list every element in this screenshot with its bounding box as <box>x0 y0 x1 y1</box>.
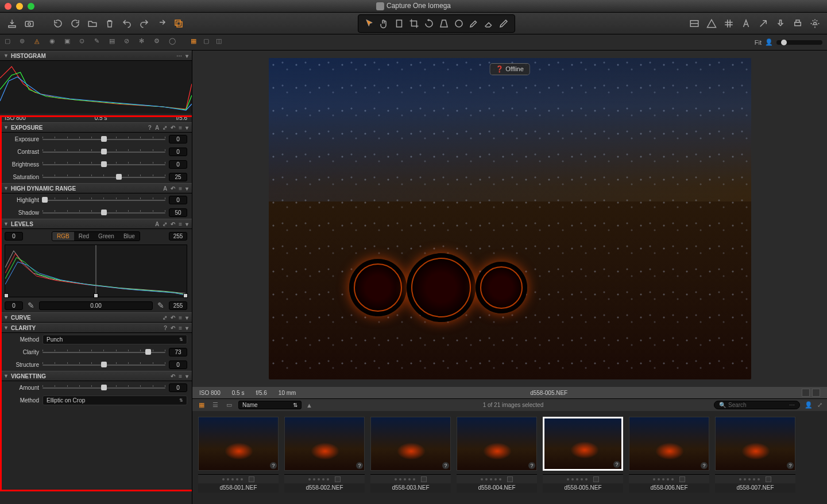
info-icon[interactable]: ? <box>787 462 794 469</box>
crop-tab-icon[interactable]: ▣ <box>64 37 75 48</box>
keystone-icon[interactable] <box>438 17 450 30</box>
hdr-header[interactable]: ▼ HIGH DYNAMIC RANGE A↶≡▾ <box>0 183 192 193</box>
thumbnail-image[interactable]: ? <box>543 417 623 471</box>
preset-icon[interactable]: ≡ <box>179 221 182 227</box>
import-icon[interactable] <box>6 17 18 30</box>
chevron-down-icon[interactable]: ▾ <box>186 315 188 321</box>
trash-icon[interactable] <box>103 17 116 30</box>
levels-high-input[interactable]: 255 <box>169 232 187 241</box>
clarity-value[interactable]: 0 <box>169 360 187 369</box>
thumbnail-image[interactable]: ? <box>370 417 451 471</box>
hdr-value[interactable]: 50 <box>169 208 187 217</box>
zoom-person-icon[interactable]: 👤 <box>765 38 773 46</box>
thumbnail[interactable]: ? d558-002.NEF <box>284 417 365 498</box>
maximize-button[interactable] <box>28 3 34 10</box>
variants-icon[interactable] <box>172 17 185 30</box>
settings-icon[interactable] <box>809 17 821 30</box>
clarity-slider[interactable] <box>42 360 165 369</box>
capture-icon[interactable] <box>23 17 36 30</box>
clarity-value[interactable]: 73 <box>169 348 187 356</box>
exposure-slider[interactable] <box>42 160 165 169</box>
split-view-icon[interactable]: ◫ <box>216 37 226 48</box>
exposure-value[interactable]: 25 <box>169 173 187 181</box>
reset-icon[interactable] <box>155 17 168 30</box>
reset-icon[interactable]: ↶ <box>171 325 175 331</box>
color-tag[interactable] <box>593 476 599 482</box>
color-tag[interactable] <box>421 476 427 482</box>
thumbnail-rating[interactable] <box>284 474 365 483</box>
disclosure-icon[interactable]: ▼ <box>3 185 9 191</box>
output-tab-icon[interactable]: ⚙ <box>154 37 164 48</box>
exposure-header[interactable]: ▼ EXPOSURE ?A⤢↶≡▾ <box>0 122 192 133</box>
info-icon[interactable]: ? <box>613 461 620 468</box>
vignetting-header[interactable]: ▼ VIGNETTING ↶≡▾ <box>0 371 192 381</box>
disclosure-icon[interactable]: ▼ <box>3 221 9 227</box>
sort-asc-icon[interactable]: ▲ <box>306 402 312 409</box>
info-icon[interactable]: ? <box>701 462 708 469</box>
browser-grid-icon[interactable]: ▦ <box>197 401 206 410</box>
minimize-button[interactable] <box>16 3 23 10</box>
rotate-left-icon[interactable] <box>52 17 64 30</box>
reset-icon[interactable]: ↶ <box>171 125 175 131</box>
vignetting-method-dropdown[interactable]: Elliptic on Crop⇅ <box>42 396 187 405</box>
levels-out-mid[interactable]: 0.00 <box>39 301 153 310</box>
menu-icon[interactable]: ⋯ <box>176 53 182 59</box>
vignetting-amount-slider[interactable] <box>42 383 165 392</box>
levels-out-high[interactable]: 255 <box>169 301 187 310</box>
adjustments-tab-icon[interactable]: ⊘ <box>124 37 134 48</box>
rotate-tool-icon[interactable] <box>423 17 435 30</box>
thumbnail[interactable]: ? d558-001.NEF <box>198 417 279 498</box>
levels-mid-handle[interactable] <box>94 293 98 298</box>
thumbnail[interactable]: ? d558-004.NEF <box>457 417 537 498</box>
thumbnail-image[interactable]: ? <box>284 417 365 471</box>
cursor-select-icon[interactable] <box>363 17 376 30</box>
hdr-slider[interactable] <box>42 195 165 204</box>
eraser-icon[interactable] <box>482 17 495 30</box>
sort-dropdown[interactable]: Name⇅ <box>238 401 302 409</box>
metadata-tab-icon[interactable]: ▤ <box>109 37 119 48</box>
reset-icon[interactable]: ↶ <box>171 221 175 227</box>
thumbnail[interactable]: ? d558-003.NEF <box>370 417 451 498</box>
color-tag[interactable] <box>335 476 341 482</box>
expand-icon[interactable]: ⤢ <box>163 221 167 227</box>
spot-icon[interactable] <box>453 17 465 30</box>
browser-filmstrip-icon[interactable]: ▭ <box>225 401 234 410</box>
chevron-down-icon[interactable]: ▾ <box>186 125 188 131</box>
thumbnail[interactable]: ? d558-007.NEF <box>715 417 795 498</box>
local-tab-icon[interactable]: ✎ <box>94 37 105 48</box>
undo-icon[interactable] <box>121 17 133 30</box>
thumbnail-rating[interactable] <box>629 474 709 483</box>
exposure-slider[interactable] <box>42 134 165 144</box>
thumbnail-rating[interactable] <box>370 474 451 483</box>
levels-channel-rgb[interactable]: RGB <box>52 232 74 241</box>
histogram-header[interactable]: ▼ HISTOGRAM ⋯▾ <box>0 51 192 61</box>
preset-icon[interactable]: ≡ <box>179 185 182 192</box>
disclosure-icon[interactable]: ▼ <box>3 125 9 130</box>
exposure-slider[interactable] <box>42 147 165 156</box>
black-picker-icon[interactable]: ✎ <box>28 301 34 310</box>
chevron-down-icon[interactable]: ▾ <box>186 185 188 192</box>
levels-histogram[interactable] <box>5 245 187 297</box>
proof-icon[interactable] <box>802 389 810 397</box>
export-icon[interactable] <box>757 17 770 30</box>
levels-channel-blue[interactable]: Blue <box>119 232 140 241</box>
exposure-slider[interactable] <box>42 172 165 181</box>
expand-icon[interactable]: ⤢ <box>163 125 167 131</box>
reset-icon[interactable]: ↶ <box>171 315 175 321</box>
grid-view-icon[interactable]: ▦ <box>191 37 201 48</box>
hand-icon[interactable] <box>378 17 391 30</box>
thumbnail-image[interactable]: ? <box>457 417 537 471</box>
expand-icon[interactable]: ⤢ <box>163 315 167 321</box>
search-input[interactable]: 🔍 Search⋯ <box>714 401 800 409</box>
color-tab-icon[interactable]: ⊚ <box>20 37 30 48</box>
disclosure-icon[interactable]: ▼ <box>3 53 9 59</box>
levels-low-input[interactable]: 0 <box>5 232 23 241</box>
info-icon[interactable]: ? <box>442 462 449 469</box>
crop-tool-icon[interactable] <box>408 17 420 30</box>
search-options-icon[interactable]: ⋯ <box>789 402 795 408</box>
color-tag[interactable] <box>766 476 771 482</box>
thumbnail[interactable]: ? d558-006.NEF <box>629 417 709 498</box>
preset-icon[interactable]: ≡ <box>179 325 182 331</box>
chevron-down-icon[interactable]: ▾ <box>186 221 188 227</box>
levels-header[interactable]: ▼ LEVELS A⤢↶≡▾ <box>0 219 192 229</box>
